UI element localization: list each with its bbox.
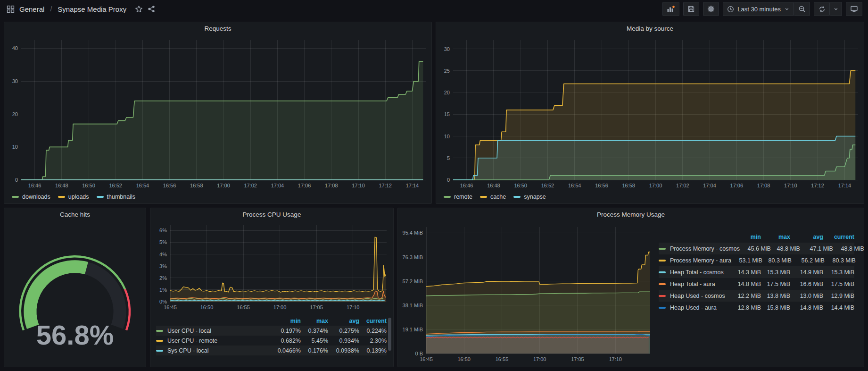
legend-series-name[interactable]: User CPU - local bbox=[156, 328, 272, 334]
legend-current: 0.139% bbox=[359, 347, 387, 354]
svg-text:38.1 MiB: 38.1 MiB bbox=[403, 303, 423, 308]
legend-item[interactable]: thumbnails bbox=[97, 194, 135, 200]
svg-text:0: 0 bbox=[15, 177, 18, 183]
requests-chart[interactable]: 16:4616:4816:5016:5216:5416:5616:5817:00… bbox=[4, 34, 431, 191]
legend-series-name[interactable]: Sys CPU - local bbox=[156, 347, 272, 354]
legend-header-row: minmaxavgcurrent bbox=[659, 231, 854, 243]
share-icon[interactable] bbox=[148, 5, 155, 13]
panel-requests: Requests 16:4616:4816:5016:5216:5416:561… bbox=[4, 22, 432, 204]
svg-text:17:08: 17:08 bbox=[325, 183, 338, 188]
legend-min: 12.8 MiB bbox=[730, 304, 761, 311]
legend-header[interactable]: max bbox=[301, 318, 328, 324]
legend-table-row: Heap Total - aura 14.8 MiB 17.5 MiB 16.6… bbox=[659, 278, 854, 290]
legend-header[interactable]: current bbox=[823, 234, 854, 240]
legend-item-label: uploads bbox=[68, 194, 89, 200]
svg-text:17:06: 17:06 bbox=[298, 183, 311, 188]
legend-series-name[interactable]: User CPU - remote bbox=[156, 337, 272, 344]
svg-text:20: 20 bbox=[12, 111, 18, 117]
refresh-interval-button[interactable] bbox=[830, 2, 842, 16]
svg-text:17:04: 17:04 bbox=[703, 183, 716, 188]
legend-item-label: remote bbox=[454, 194, 472, 200]
legend-series-name[interactable]: Heap Used - aura bbox=[659, 304, 730, 311]
legend-item-label: cache bbox=[490, 194, 506, 200]
legend-item[interactable]: remote bbox=[444, 194, 472, 200]
media-by-source-chart[interactable]: 16:4616:4816:5016:5216:5416:5616:5817:00… bbox=[436, 34, 864, 191]
legend-item[interactable]: cache bbox=[480, 194, 506, 200]
legend-header[interactable]: avg bbox=[328, 318, 359, 324]
svg-text:16:54: 16:54 bbox=[568, 183, 581, 188]
legend-item[interactable]: downloads bbox=[12, 194, 50, 200]
refresh-button[interactable] bbox=[814, 2, 830, 16]
legend-current: 80.3 MiB bbox=[825, 257, 856, 264]
process-memory-chart[interactable]: 16:4516:5016:5517:0017:0517:100 B19.1 Mi… bbox=[398, 220, 655, 367]
svg-text:17:12: 17:12 bbox=[379, 183, 392, 188]
breadcrumb: General / Synapse Media Proxy bbox=[7, 5, 155, 13]
legend-item[interactable]: synapse bbox=[513, 194, 546, 200]
svg-text:16:45: 16:45 bbox=[420, 356, 433, 362]
refresh-icon bbox=[818, 6, 826, 13]
svg-text:56.8%: 56.8% bbox=[36, 320, 114, 350]
svg-text:40: 40 bbox=[12, 45, 18, 51]
svg-text:17:02: 17:02 bbox=[244, 183, 257, 188]
svg-text:16:50: 16:50 bbox=[200, 304, 214, 310]
svg-text:16:50: 16:50 bbox=[514, 183, 527, 188]
svg-text:17:00: 17:00 bbox=[273, 304, 287, 310]
clock-icon bbox=[727, 6, 734, 13]
time-range-picker[interactable]: Last 30 minutes bbox=[723, 2, 794, 16]
legend-header[interactable]: current bbox=[359, 318, 387, 324]
cycle-view-mode-button[interactable] bbox=[846, 2, 862, 16]
legend-series-name[interactable]: Process Memory - cosmos bbox=[659, 245, 740, 252]
legend-series-name[interactable]: Heap Used - cosmos bbox=[659, 293, 730, 299]
legend-item-label: thumbnails bbox=[107, 194, 135, 200]
legend-item-label: downloads bbox=[22, 194, 50, 200]
legend-header[interactable]: min bbox=[730, 234, 761, 240]
dashboard-title[interactable]: Synapse Media Proxy bbox=[58, 5, 126, 13]
panel-title[interactable]: Requests bbox=[4, 22, 431, 34]
svg-text:16:56: 16:56 bbox=[595, 183, 608, 188]
panel-title[interactable]: Media by source bbox=[436, 22, 864, 34]
process-cpu-chart[interactable]: 16:4516:5016:5517:0017:0517:100%1%2%3%4%… bbox=[150, 220, 393, 314]
legend-avg: 13.0 MiB bbox=[790, 293, 823, 299]
legend-item-label: synapse bbox=[524, 194, 546, 200]
grafana-dashboard: General / Synapse Media Proxy bbox=[0, 0, 868, 371]
legend-current: 48.8 MiB bbox=[833, 245, 864, 252]
legend-header[interactable]: avg bbox=[790, 234, 823, 240]
legend-series-name[interactable]: Heap Total - cosmos bbox=[659, 269, 730, 276]
save-dashboard-button[interactable] bbox=[683, 2, 699, 16]
legend-min: 14.8 MiB bbox=[730, 281, 761, 287]
svg-text:0%: 0% bbox=[159, 299, 167, 304]
legend-max: 0.374% bbox=[301, 328, 328, 334]
star-icon[interactable] bbox=[135, 5, 143, 13]
dashboard-settings-button[interactable] bbox=[703, 2, 719, 16]
legend-max: 0.176% bbox=[301, 347, 328, 354]
apps-grid-icon[interactable] bbox=[7, 5, 15, 13]
zoom-out-button[interactable] bbox=[794, 2, 810, 16]
breadcrumb-section[interactable]: General bbox=[19, 5, 44, 13]
svg-text:95.4 MiB: 95.4 MiB bbox=[403, 230, 423, 236]
dashboard-toolbar: Last 30 minutes bbox=[662, 2, 862, 16]
svg-text:17:12: 17:12 bbox=[811, 183, 824, 188]
chevron-down-icon bbox=[784, 6, 790, 12]
legend-avg: 0.0938% bbox=[328, 347, 359, 354]
svg-text:17:14: 17:14 bbox=[838, 183, 851, 188]
svg-text:3%: 3% bbox=[159, 263, 167, 269]
svg-text:16:52: 16:52 bbox=[541, 183, 554, 188]
legend-avg: 47.1 MiB bbox=[800, 245, 833, 252]
legend-avg: 14.8 MiB bbox=[790, 304, 823, 311]
panel-title[interactable]: Process CPU Usage bbox=[150, 208, 393, 220]
cache-hits-gauge[interactable]: 56.8% bbox=[4, 220, 146, 365]
panel-title[interactable]: Cache hits bbox=[4, 208, 146, 220]
legend-series-name[interactable]: Process Memory - aura bbox=[659, 257, 731, 264]
add-panel-button[interactable] bbox=[662, 2, 679, 16]
svg-text:17:10: 17:10 bbox=[347, 304, 360, 310]
legend-item[interactable]: uploads bbox=[58, 194, 89, 200]
legend-header[interactable]: min bbox=[272, 318, 301, 324]
svg-text:16:45: 16:45 bbox=[164, 304, 177, 310]
legend-header[interactable]: max bbox=[761, 234, 790, 240]
legend-series-name[interactable]: Heap Total - aura bbox=[659, 281, 730, 287]
legend-current: 15.3 MiB bbox=[823, 269, 854, 276]
panel-title[interactable]: Process Memory Usage bbox=[398, 208, 864, 220]
legend-min: 0.0466% bbox=[272, 347, 301, 354]
svg-text:16:55: 16:55 bbox=[496, 356, 509, 362]
legend-scrollbar[interactable] bbox=[388, 318, 391, 351]
